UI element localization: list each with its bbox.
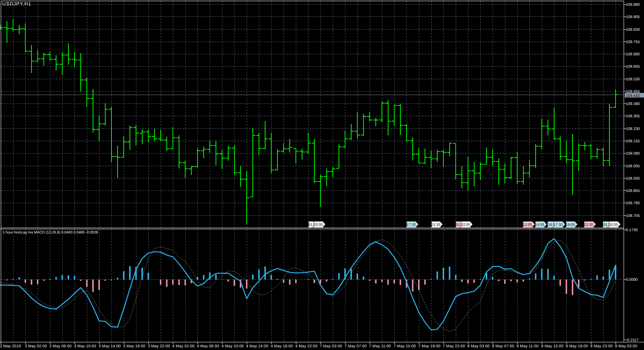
svg-text:7 May 19:00: 7 May 19:00: [418, 344, 441, 348]
svg-text:01:: 01:: [456, 223, 461, 227]
svg-text:109.530: 109.530: [626, 77, 640, 82]
svg-text:109.230: 109.230: [626, 127, 640, 131]
svg-text:14:55: 14:55: [535, 223, 544, 227]
svg-text:8 May 15:00: 8 May 15:00: [541, 344, 564, 348]
svg-text:108.705: 108.705: [626, 214, 640, 218]
svg-text:7 May 15:00: 7 May 15:00: [394, 344, 416, 348]
svg-text:109.005: 109.005: [626, 164, 640, 168]
svg-text:22:30: 22:30: [584, 223, 593, 227]
svg-text:4 May 06:00: 4 May 06:00: [197, 344, 219, 348]
svg-text:3 May 10:00: 3 May 10:00: [74, 344, 96, 348]
svg-text:9 May 03:00: 9 May 03:00: [615, 344, 637, 348]
svg-text:3 May 02:00: 3 May 02:00: [25, 344, 47, 348]
svg-text:109.980: 109.980: [626, 3, 640, 7]
svg-text:4 May 14:00: 4 May 14:00: [246, 344, 269, 348]
svg-text:109.305: 109.305: [626, 114, 640, 118]
svg-text:-0.2117: -0.2117: [626, 338, 639, 342]
svg-text:8 May 11:00: 8 May 11:00: [517, 344, 539, 348]
svg-text:0.0000: 0.0000: [626, 278, 638, 282]
svg-text:7 May 03:00: 7 May 03:00: [320, 344, 342, 348]
svg-text:108.855: 108.855: [626, 189, 640, 193]
svg-text:8 May 23:00: 8 May 23:00: [591, 344, 613, 348]
svg-text:109.755: 109.755: [626, 40, 640, 44]
svg-text:109.432: 109.432: [626, 94, 640, 98]
svg-text:8 May 03:00: 8 May 03:00: [468, 344, 490, 348]
svg-text:02:00: 02:00: [314, 223, 323, 227]
svg-text:02:00: 02:00: [461, 223, 470, 227]
svg-text:12:00: 12:00: [523, 223, 532, 227]
svg-text:108.780: 108.780: [626, 201, 640, 205]
svg-text:8 May 07:00: 8 May 07:00: [492, 344, 515, 348]
svg-text:109.080: 109.080: [626, 152, 640, 156]
svg-text:3 May 22:00: 3 May 22:00: [148, 344, 170, 348]
svg-text:7 May 11:00: 7 May 11:00: [369, 344, 391, 348]
svg-text:02:00: 02:00: [609, 223, 618, 227]
svg-text:19:00: 19:00: [566, 223, 575, 227]
svg-text:4 May 02:00: 4 May 02:00: [173, 344, 195, 348]
svg-text:109.155: 109.155: [626, 139, 640, 143]
svg-text:109.905: 109.905: [626, 15, 640, 19]
svg-text:3 May 18:00: 3 May 18:00: [123, 344, 146, 348]
svg-text:2 May 2018: 2 May 2018: [0, 344, 21, 348]
svg-text:109.380: 109.380: [626, 102, 640, 106]
svg-text:01:: 01:: [603, 223, 608, 227]
svg-text:4 May 18:00: 4 May 18:00: [271, 344, 293, 348]
svg-text:21:30: 21:30: [431, 223, 440, 227]
svg-text:3 May 06:00: 3 May 06:00: [50, 344, 72, 348]
svg-text:4 May 10:00: 4 May 10:00: [222, 344, 244, 348]
svg-text:16:: 16:: [548, 223, 553, 227]
svg-text:01:: 01:: [309, 223, 314, 227]
svg-text:8 May 19:00: 8 May 19:00: [566, 344, 588, 348]
svg-text:109.605: 109.605: [626, 65, 640, 69]
svg-text:7 May 07:00: 7 May 07:00: [345, 344, 367, 348]
svg-text:4 May 22:00: 4 May 22:00: [295, 344, 318, 348]
svg-text:109.830: 109.830: [626, 28, 640, 32]
svg-text:7 May 23:00: 7 May 23:00: [443, 344, 465, 348]
svg-text:0.1730: 0.1730: [626, 228, 638, 232]
svg-text:USDJPY,H1: USDJPY,H1: [2, 1, 31, 7]
svg-text:17:30: 17:30: [407, 223, 416, 227]
svg-text:1 hour NonLag ma MACD (12,26,9: 1 hour NonLag ma MACD (12,26,9) 0.0493 0…: [3, 230, 98, 235]
svg-text:108.930: 108.930: [626, 177, 640, 181]
svg-text:3 May 14:00: 3 May 14:00: [99, 344, 121, 348]
svg-text:17:30: 17:30: [554, 223, 563, 227]
svg-text:109.680: 109.680: [626, 52, 640, 57]
